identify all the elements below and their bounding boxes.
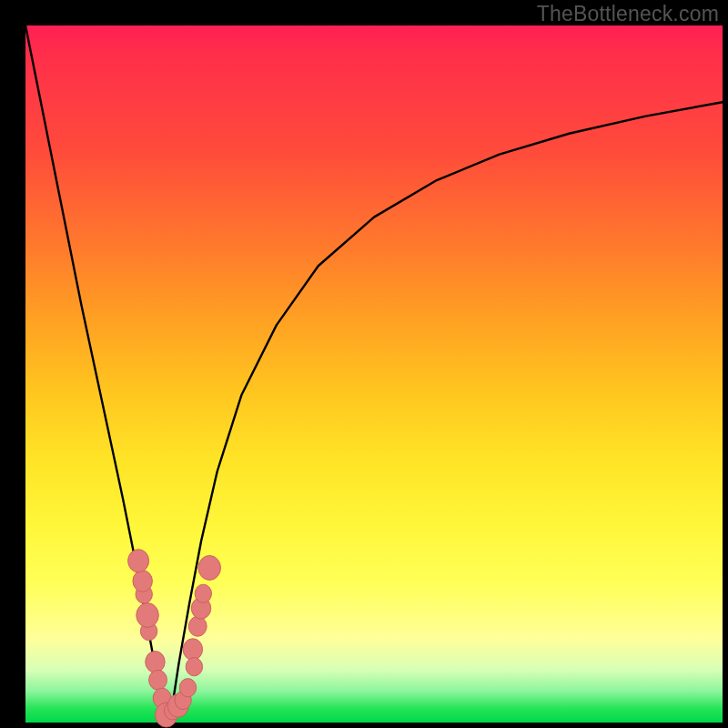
svg-point-17 [183, 639, 202, 661]
svg-point-13 [188, 616, 207, 636]
chart-frame: TheBottleneck.com [0, 0, 728, 728]
plot-area [25, 25, 723, 723]
chart-svg [25, 25, 723, 723]
bottleneck-curve [25, 25, 723, 723]
svg-point-1 [136, 603, 159, 628]
svg-point-4 [128, 550, 149, 572]
svg-point-15 [195, 584, 211, 602]
watermark-text: TheBottleneck.com [537, 2, 719, 26]
svg-point-12 [179, 679, 196, 697]
svg-point-16 [198, 555, 221, 580]
svg-point-18 [186, 658, 202, 676]
data-points [128, 550, 221, 727]
svg-point-3 [133, 571, 152, 592]
svg-point-5 [146, 652, 165, 673]
svg-point-6 [149, 670, 167, 690]
